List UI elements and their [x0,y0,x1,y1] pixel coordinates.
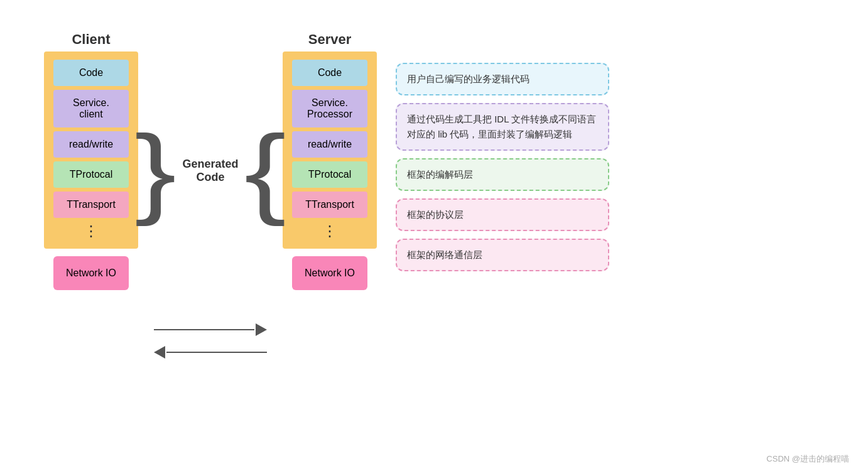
generated-code-label: Generated Code [179,158,242,184]
desc-tprotocal: 框架的编解码层 [396,158,609,191]
server-layer-code: Code [292,60,367,86]
server-title: Server [308,31,352,48]
client-stack-box: Code Service. client read/write TProtoca… [44,51,138,249]
client-title: Client [72,31,110,48]
left-brace: } [134,121,176,221]
generated-code-section: } Generated Code { [138,63,283,360]
client-layer-code: Code [53,60,129,86]
desc-column: 用户自己编写的业务逻辑代码 通过代码生成工具把 IDL 文件转换成不同语言对应的… [396,31,609,445]
server-dots: ⋮ [292,220,367,242]
server-layer-service: Service. Processor [292,90,367,127]
client-column: Client Code Service. client read/write T… [44,31,138,290]
client-layer-readwrite: read/write [53,131,129,158]
main-row: Client Code Service. client read/write T… [25,19,843,457]
diagram-container: Client Code Service. client read/write T… [0,0,868,476]
arrow-right [154,322,267,338]
server-layer-ttransport: TTransport [292,192,367,218]
client-network-io: Network IO [53,256,129,290]
client-layer-ttransport: TTransport [53,192,129,218]
server-stack-box: Code Service. Processor read/write TProt… [283,51,377,249]
arrow-left [154,344,267,360]
desc-network: 框架的网络通信层 [396,239,609,271]
desc-ttransport: 框架的协议层 [396,198,609,231]
desc-code: 用户自己编写的业务逻辑代码 [396,63,609,95]
server-layer-readwrite: read/write [292,131,367,158]
desc-generated: 通过代码生成工具把 IDL 文件转换成不同语言对应的 lib 代码，里面封装了编… [396,103,609,151]
server-network-io: Network IO [292,256,367,290]
client-dots: ⋮ [53,220,129,242]
client-layer-service: Service. client [53,90,129,127]
server-column: Server Code Service. Processor read/writ… [283,31,377,290]
client-layer-tprotocal: TProtocal [53,161,129,188]
right-brace: { [244,121,286,221]
network-arrows [154,322,267,360]
watermark: CSDN @进击的编程喵 [766,453,849,465]
server-layer-tprotocal: TProtocal [292,161,367,188]
